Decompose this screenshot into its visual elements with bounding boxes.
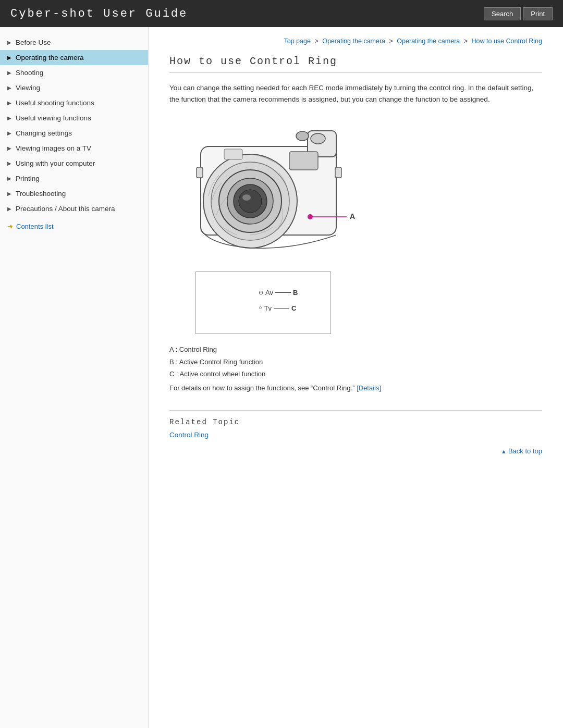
related-topic-link[interactable]: Control Ring [169, 431, 209, 439]
arrow-right-icon: ➜ [7, 223, 13, 230]
search-button[interactable]: Search [484, 7, 521, 20]
svg-point-12 [296, 131, 309, 141]
arrow-icon: ▶ [7, 115, 11, 121]
back-to-top: Back to top [169, 447, 542, 455]
sidebar-item-viewing-tv[interactable]: ▶ Viewing images on a TV [0, 141, 148, 156]
tv-icon: ○ [259, 303, 262, 313]
sidebar-item-label: Viewing [16, 84, 40, 92]
arrow-icon: ▶ [7, 191, 11, 196]
annotation-c: C : Active control wheel function [169, 368, 542, 380]
details-description: For details on how to assign the functio… [169, 384, 357, 392]
main-layout: ▶ Before Use ▶ Operating the camera ▶ Sh… [0, 27, 563, 728]
arrow-icon: ▶ [7, 100, 11, 106]
related-topic-title: Related Topic [169, 418, 542, 426]
arrow-icon: ▶ [7, 145, 11, 151]
arrow-icon: ▶ [7, 206, 11, 212]
c-letter: C [291, 302, 296, 314]
sidebar-item-useful-viewing[interactable]: ▶ Useful viewing functions [0, 110, 148, 126]
breadcrumb-current[interactable]: How to use Control Ring [472, 38, 542, 45]
arrow-icon: ▶ [7, 55, 11, 60]
svg-rect-9 [289, 152, 318, 170]
svg-point-11 [311, 133, 325, 144]
arrow-icon: ▶ [7, 130, 11, 136]
menu-diagram: ⊙ Av B ○ Tv C [195, 272, 331, 334]
svg-rect-10 [224, 149, 242, 159]
breadcrumb-operating-2[interactable]: Operating the camera [397, 38, 460, 45]
sidebar-item-operating-camera[interactable]: ▶ Operating the camera [0, 50, 148, 65]
content-area: Top page > Operating the camera > Operat… [149, 27, 563, 728]
arrow-icon: ▶ [7, 161, 11, 166]
b-letter: B [293, 287, 298, 299]
sidebar-item-label: Shooting [16, 69, 43, 77]
sidebar-item-label: Operating the camera [16, 54, 84, 61]
breadcrumb-sep: > [314, 38, 320, 45]
av-icon: ⊙ [259, 288, 263, 298]
sidebar-item-viewing[interactable]: ▶ Viewing [0, 80, 148, 95]
sidebar-item-label: Before Use [16, 39, 51, 46]
contents-list-link[interactable]: ➜ Contents list [0, 216, 148, 237]
svg-point-8 [242, 194, 251, 201]
svg-point-15 [308, 214, 313, 219]
svg-text:A: A [350, 212, 355, 220]
sidebar-item-precautions[interactable]: ▶ Precautions / About this camera [0, 201, 148, 216]
page-title: How to use Control Ring [169, 55, 542, 73]
breadcrumb-top[interactable]: Top page [284, 38, 310, 45]
arrow-icon: ▶ [7, 40, 11, 45]
annotation-b: B : Active Control Ring function [169, 356, 542, 368]
breadcrumb-sep-2: > [389, 38, 395, 45]
arrow-icon: ▶ [7, 176, 11, 181]
c-line [274, 308, 289, 309]
camera-svg: A [169, 115, 378, 269]
site-title: Cyber-shot User Guide [10, 7, 188, 20]
sidebar-item-before-use[interactable]: ▶ Before Use [0, 35, 148, 50]
breadcrumb-sep-3: > [464, 38, 470, 45]
sidebar-item-label: Troubleshooting [16, 190, 66, 198]
sidebar-item-changing-settings[interactable]: ▶ Changing settings [0, 126, 148, 141]
header-buttons: Search Print [484, 7, 553, 20]
sidebar-item-label: Viewing images on a TV [16, 144, 91, 152]
back-to-top-link[interactable]: Back to top [501, 447, 542, 455]
arrow-icon: ▶ [7, 85, 11, 91]
header: Cyber-shot User Guide Search Print [0, 0, 563, 27]
sidebar-item-using-computer[interactable]: ▶ Using with your computer [0, 156, 148, 171]
details-link[interactable]: [Details] [357, 384, 381, 392]
sidebar-item-shooting[interactable]: ▶ Shooting [0, 65, 148, 80]
sidebar-item-label: Using with your computer [16, 159, 95, 167]
tv-label: Tv [264, 302, 272, 314]
av-label: Av [265, 287, 273, 299]
breadcrumb-operating-1[interactable]: Operating the camera [322, 38, 385, 45]
related-topic-section: Related Topic Control Ring [169, 410, 542, 439]
annotations-area: A : Control Ring B : Active Control Ring… [169, 343, 542, 394]
breadcrumb: Top page > Operating the camera > Operat… [169, 38, 542, 45]
sidebar-item-label: Useful shooting functions [16, 99, 94, 107]
svg-point-7 [239, 190, 262, 213]
svg-rect-13 [197, 167, 203, 178]
sidebar-item-useful-shooting[interactable]: ▶ Useful shooting functions [0, 95, 148, 110]
details-text: For details on how to assign the functio… [169, 382, 542, 394]
menu-label-b: ⊙ Av B [259, 287, 298, 299]
camera-illustration: A [169, 115, 388, 272]
menu-label-c: ○ Tv C [259, 302, 298, 314]
menu-diagram-content: ⊙ Av B ○ Tv C [259, 287, 298, 314]
arrow-icon: ▶ [7, 70, 11, 76]
contents-list-label: Contents list [16, 223, 54, 230]
sidebar-item-label: Precautions / About this camera [16, 205, 115, 213]
annotation-a: A : Control Ring [169, 343, 542, 355]
print-button[interactable]: Print [523, 7, 553, 20]
sidebar-item-label: Useful viewing functions [16, 114, 91, 122]
page-description: You can change the setting needed for ea… [169, 82, 534, 105]
sidebar-item-label: Changing settings [16, 129, 72, 137]
sidebar: ▶ Before Use ▶ Operating the camera ▶ Sh… [0, 27, 149, 728]
b-line [275, 292, 291, 293]
sidebar-item-troubleshooting[interactable]: ▶ Troubleshooting [0, 186, 148, 201]
sidebar-item-label: Printing [16, 175, 40, 182]
svg-rect-14 [335, 167, 341, 178]
sidebar-item-printing[interactable]: ▶ Printing [0, 171, 148, 186]
